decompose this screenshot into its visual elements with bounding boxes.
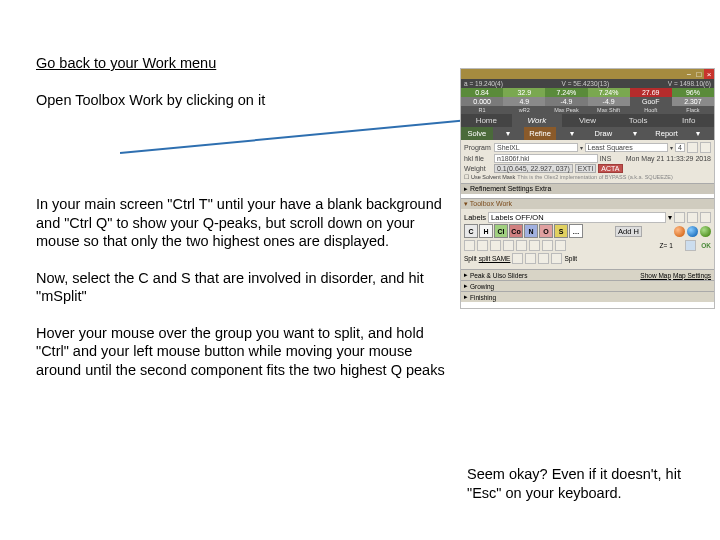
- minimize-icon[interactable]: −: [684, 69, 694, 79]
- toolbox-work-panel: Labels Labels OFF/ON ▾ C H Cl Co N O S …: [461, 209, 714, 269]
- finishing-row[interactable]: ▸Finishing: [461, 291, 714, 302]
- ls-num[interactable]: 4: [675, 143, 685, 152]
- checkbox-icon[interactable]: ☐: [464, 174, 469, 180]
- maximize-icon[interactable]: □: [694, 69, 704, 79]
- tab-work[interactable]: Work: [512, 114, 563, 127]
- report-button[interactable]: Report: [651, 127, 683, 140]
- tab-view[interactable]: View: [562, 114, 613, 127]
- tool-icon-7[interactable]: [542, 240, 553, 251]
- split-label: Split: [464, 255, 477, 262]
- split-icon-3[interactable]: [538, 253, 549, 264]
- tool-icon-4[interactable]: [503, 240, 514, 251]
- tool-icon-8[interactable]: [555, 240, 566, 251]
- instruction-5: Hover your mouse over the group you want…: [36, 324, 456, 380]
- refine-button[interactable]: Refine: [524, 127, 556, 140]
- element-s[interactable]: S: [554, 224, 568, 238]
- labels-select[interactable]: Labels OFF/ON: [488, 212, 666, 223]
- instruction-3: In your main screen "Ctrl T" until your …: [36, 195, 456, 251]
- exti-button[interactable]: EXTI: [575, 164, 597, 173]
- element-c[interactable]: C: [464, 224, 478, 238]
- element-n[interactable]: N: [524, 224, 538, 238]
- refinement-panel: Program ShelXL ▾ Least Squares ▾ 4 hkl f…: [461, 140, 714, 183]
- tab-info[interactable]: Info: [663, 114, 714, 127]
- instruction-1: Go back to your Work menu: [36, 54, 456, 73]
- growing-row[interactable]: ▸Growing: [461, 280, 714, 291]
- acta-button[interactable]: ACTA: [598, 164, 622, 173]
- file-field[interactable]: n1806f.hkl: [494, 154, 598, 163]
- sphere-icon-2[interactable]: [687, 226, 698, 237]
- tool-icon-3[interactable]: [490, 240, 501, 251]
- split-icon-2[interactable]: [525, 253, 536, 264]
- z-value[interactable]: 1: [669, 242, 683, 249]
- sphere-icon-3[interactable]: [700, 226, 711, 237]
- label-icon-2[interactable]: [687, 212, 698, 223]
- element-cl[interactable]: Cl: [494, 224, 508, 238]
- tab-home[interactable]: Home: [461, 114, 512, 127]
- show-map-link[interactable]: Show Map: [640, 272, 671, 279]
- split-same-link[interactable]: split SAME: [479, 255, 511, 262]
- ok-button[interactable]: OK: [701, 242, 711, 249]
- file-date-label: INS: [600, 155, 612, 162]
- report-dropdown-icon[interactable]: ▾: [682, 127, 714, 140]
- map-settings-link[interactable]: Map Settings: [673, 272, 711, 279]
- solve-button[interactable]: Solve: [461, 127, 493, 140]
- program-label: Program: [464, 144, 492, 151]
- label-icon-3[interactable]: [700, 212, 711, 223]
- split-button[interactable]: Split: [564, 255, 577, 262]
- file-date: Mon May 21 11:33:29 2018: [613, 155, 711, 162]
- tool-icon-2[interactable]: [477, 240, 488, 251]
- main-tabs: Home Work View Tools Info: [461, 114, 714, 127]
- refine-icon-1[interactable]: [687, 142, 698, 153]
- toolbox-work-header[interactable]: ▾ Toolbox Work: [461, 198, 714, 209]
- app-screenshot: − □ × a = 19.240(4) V = 5E.4230(13) V = …: [460, 68, 715, 309]
- label-icon-1[interactable]: [674, 212, 685, 223]
- z-label: Z=: [659, 242, 667, 249]
- draw-dropdown-icon[interactable]: ▾: [619, 127, 651, 140]
- file-label: hkl file: [464, 155, 492, 162]
- draw-button[interactable]: Draw: [588, 127, 620, 140]
- element-co[interactable]: Co: [509, 224, 523, 238]
- tool-icon-6[interactable]: [529, 240, 540, 251]
- instruction-2: Open Toolbox Work by clicking on it: [36, 91, 456, 110]
- sphere-icon-1[interactable]: [674, 226, 685, 237]
- weight-label: Weight: [464, 165, 492, 172]
- weight-button[interactable]: 0.1(0.645, 22.927, 037): [494, 164, 573, 173]
- peak-sliders-row[interactable]: ▸Peak & Uiso Sliders Show Map Map Settin…: [461, 269, 714, 280]
- z-icon[interactable]: [685, 240, 696, 251]
- labels-label: Labels: [464, 213, 486, 222]
- instruction-column: Go back to your Work menu Open Toolbox W…: [36, 54, 456, 397]
- split-icon-4[interactable]: [551, 253, 562, 264]
- element-h[interactable]: H: [479, 224, 493, 238]
- status-line: a = 19.240(4) V = 5E.4230(13) V = 1498.1…: [461, 79, 714, 88]
- addh-button[interactable]: Add H: [615, 226, 642, 237]
- method-select[interactable]: Least Squares: [585, 143, 669, 152]
- refine-icon-2[interactable]: [700, 142, 711, 153]
- close-icon[interactable]: ×: [704, 69, 714, 79]
- split-icon-1[interactable]: [512, 253, 523, 264]
- window-titlebar: − □ ×: [461, 69, 714, 79]
- tool-icon-1[interactable]: [464, 240, 475, 251]
- metrics-grid: 0.84 32.9 7.24% 7.24% 27.69 96% 0.000 4.…: [461, 88, 714, 114]
- mask-label: Use Solvent Mask: [471, 174, 515, 180]
- program-select[interactable]: ShelXL: [494, 143, 578, 152]
- element-more[interactable]: …: [569, 224, 583, 238]
- sub-toolbar: Solve ▾ Refine ▾ Draw ▾ Report ▾: [461, 127, 714, 140]
- element-o[interactable]: O: [539, 224, 553, 238]
- tool-icon-5[interactable]: [516, 240, 527, 251]
- mask-note: This is the Olex2 implementation of BYPA…: [517, 174, 711, 180]
- refinement-settings-header[interactable]: ▸ Refinement Settings Extra: [461, 183, 714, 194]
- bottom-caption: Seem okay? Even if it doesn't, hit "Esc"…: [467, 465, 715, 502]
- refine-dropdown-icon[interactable]: ▾: [556, 127, 588, 140]
- tab-tools[interactable]: Tools: [613, 114, 664, 127]
- solve-dropdown-icon[interactable]: ▾: [493, 127, 525, 140]
- instruction-4: Now, select the C and S that are involve…: [36, 269, 456, 306]
